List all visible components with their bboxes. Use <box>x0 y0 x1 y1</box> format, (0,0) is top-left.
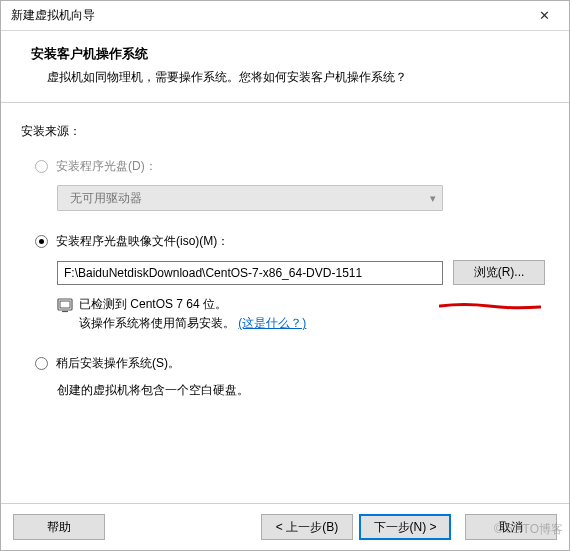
info-icon <box>57 297 73 313</box>
annotation-underline <box>439 301 541 311</box>
easy-install-line: 该操作系统将使用简易安装。 (这是什么？) <box>79 314 306 333</box>
wizard-footer: 帮助 < 上一步(B) 下一步(N) > 取消 <box>1 503 569 550</box>
browse-button[interactable]: 浏览(R)... <box>453 260 545 285</box>
close-icon: ✕ <box>539 8 550 23</box>
back-button[interactable]: < 上一步(B) <box>261 514 353 540</box>
later-note: 创建的虚拟机将包含一个空白硬盘。 <box>35 382 549 399</box>
install-source-group: 安装程序光盘(D)： 无可用驱动器 ▾ 安装程序光盘映像文件(iso)(M)： … <box>21 158 549 399</box>
radio-icon <box>35 160 48 173</box>
wizard-header: 安装客户机操作系统 虚拟机如同物理机，需要操作系统。您将如何安装客户机操作系统？ <box>1 31 569 103</box>
iso-path-input[interactable] <box>57 261 443 285</box>
option-iso-label: 安装程序光盘映像文件(iso)(M)： <box>56 233 229 250</box>
option-iso[interactable]: 安装程序光盘映像文件(iso)(M)： <box>35 233 549 250</box>
titlebar: 新建虚拟机向导 ✕ <box>1 1 569 31</box>
option-install-later[interactable]: 稍后安装操作系统(S)。 <box>35 355 549 372</box>
radio-icon <box>35 235 48 248</box>
drive-select-value: 无可用驱动器 <box>70 190 142 207</box>
option-later-label: 稍后安装操作系统(S)。 <box>56 355 180 372</box>
option-installer-disc: 安装程序光盘(D)： <box>35 158 549 175</box>
help-button[interactable]: 帮助 <box>13 514 105 540</box>
cancel-button[interactable]: 取消 <box>465 514 557 540</box>
source-label: 安装来源： <box>21 123 549 140</box>
window-title: 新建虚拟机向导 <box>11 7 95 24</box>
header-subtitle: 虚拟机如同物理机，需要操作系统。您将如何安装客户机操作系统？ <box>31 69 545 86</box>
radio-icon <box>35 357 48 370</box>
svg-rect-1 <box>60 301 70 308</box>
drive-select: 无可用驱动器 ▾ <box>57 185 443 211</box>
chevron-down-icon: ▾ <box>430 192 436 205</box>
close-button[interactable]: ✕ <box>522 1 567 30</box>
option-disc-label: 安装程序光盘(D)： <box>56 158 157 175</box>
detected-os-line: 已检测到 CentOS 7 64 位。 <box>79 295 306 314</box>
whats-this-link[interactable]: (这是什么？) <box>238 316 306 330</box>
wizard-window: 新建虚拟机向导 ✕ 安装客户机操作系统 虚拟机如同物理机，需要操作系统。您将如何… <box>0 0 570 551</box>
header-title: 安装客户机操作系统 <box>31 45 545 63</box>
next-button[interactable]: 下一步(N) > <box>359 514 451 540</box>
